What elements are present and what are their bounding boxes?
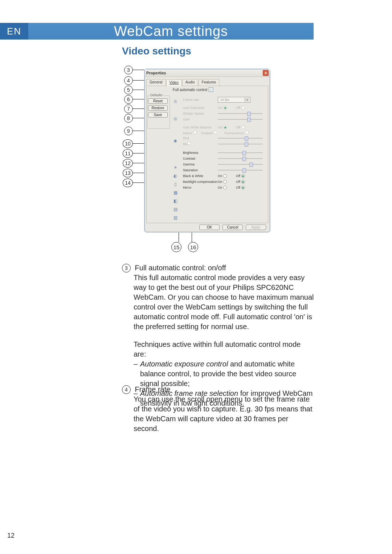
brightness-label: Brightness: [183, 151, 218, 155]
callout-4: 4: [124, 76, 133, 85]
mirror-off-radio[interactable]: [241, 186, 245, 189]
callout-3: 3: [124, 66, 133, 74]
video-panel: Full automatic control ✓ Defaults Reset …: [146, 86, 268, 223]
backlight-icon: ▤: [173, 207, 178, 212]
chevron-down-icon: ▾: [245, 98, 249, 102]
callout-9: 9: [124, 127, 133, 135]
defaults-group-label: Defaults: [150, 93, 163, 97]
fluorescence-radio[interactable]: [245, 131, 249, 134]
gamma-icon: ▯: [173, 182, 178, 187]
callout-10: 10: [123, 139, 133, 148]
tab-video[interactable]: Video: [166, 79, 182, 86]
restore-button[interactable]: Restore: [148, 105, 168, 111]
tab-features[interactable]: Features: [199, 79, 219, 86]
tab-strip: General Video Audio Features: [146, 79, 268, 86]
callout-11: 11: [123, 149, 133, 158]
item-4-head: Frame rate: [135, 385, 171, 393]
callout-8: 8: [124, 114, 133, 123]
callout-5: 5: [124, 86, 133, 94]
frame-rate-value: 15 fps: [220, 98, 229, 102]
bw-off-radio[interactable]: [241, 174, 245, 178]
auto-exposure-on-radio[interactable]: [223, 106, 227, 110]
gain-label: Gain: [183, 118, 218, 121]
contrast-icon: ◐: [173, 173, 178, 178]
frame-rate-label: Frame rate: [183, 98, 218, 102]
auto-wb-on-radio[interactable]: [223, 126, 227, 129]
gamma-slider[interactable]: [218, 163, 263, 166]
auto-wb-off-radio[interactable]: [241, 126, 245, 129]
apply-button[interactable]: Apply: [246, 225, 266, 230]
section-title: Video settings: [122, 45, 191, 57]
mirror-on-radio[interactable]: [223, 186, 227, 189]
brightness-icon: ☀: [173, 165, 178, 170]
callout-15: 15: [171, 242, 181, 252]
callout-13: 13: [123, 169, 133, 177]
callout-6: 6: [124, 95, 133, 104]
auto-exposure-label: Auto Exposure: [183, 106, 218, 110]
outdoor-radio[interactable]: [214, 131, 217, 134]
tab-audio[interactable]: Audio: [182, 79, 198, 86]
contrast-slider[interactable]: [218, 157, 263, 160]
item-3-p1: This full automatic control mode provide…: [134, 273, 314, 332]
full-automatic-control-checkbox[interactable]: ✓: [209, 87, 213, 92]
blue-slider[interactable]: [218, 143, 263, 145]
callout-7: 7: [124, 104, 133, 113]
mirror-label: Mirror: [183, 186, 218, 189]
brightness-slider[interactable]: [218, 151, 263, 154]
shutter-speed-label: Shutter Speed: [183, 112, 218, 115]
ok-button[interactable]: OK: [199, 225, 220, 230]
mirror-icon: ▥: [173, 215, 178, 220]
backlight-on-radio[interactable]: [223, 180, 227, 184]
indoor-label: Indoor: [183, 131, 201, 135]
exposure-icon: ◎: [173, 116, 178, 121]
red-radio[interactable]: [187, 141, 191, 145]
bw-on-radio[interactable]: [223, 174, 227, 178]
frame-rate-icon: ⎘: [173, 99, 178, 104]
icon-column: ⎘ ◎ ✱ ☀ ◐ ▯ ▦ ◧ ▤ ▥: [172, 99, 179, 220]
item-4-p1: You can use the scroll open menu to set …: [134, 394, 314, 434]
red-slider[interactable]: [218, 137, 263, 140]
saturation-label: Saturation: [183, 168, 218, 172]
fluorescence-label: Fluorescence: [224, 131, 249, 135]
backlight-label: Backlight compensation: [183, 180, 218, 184]
page-number: 12: [7, 532, 15, 539]
bw-icon: ◧: [173, 198, 178, 204]
auto-exposure-off-radio[interactable]: [241, 106, 245, 110]
full-automatic-control-label: Full automatic control: [173, 88, 207, 92]
window-title: Properties: [146, 71, 166, 75]
window-titlebar: Properties ✕: [145, 69, 270, 77]
saturation-icon: ▦: [173, 190, 178, 195]
callout-14: 14: [123, 178, 133, 187]
item-3-p2: Techniques active within full automatic …: [134, 340, 314, 359]
contrast-label: Contrast: [183, 157, 218, 160]
reset-button[interactable]: Reset: [148, 98, 168, 104]
frame-rate-dropdown[interactable]: 15 fps ▾: [218, 97, 250, 103]
tab-general[interactable]: General: [146, 79, 166, 86]
outdoor-label: Outdoor: [201, 131, 224, 135]
item-number-3: 3: [122, 264, 131, 272]
cancel-button[interactable]: Cancel: [222, 225, 243, 230]
close-icon[interactable]: ✕: [263, 70, 269, 76]
save-button[interactable]: Save: [148, 112, 168, 118]
item-4: 4 Frame rate You can use the scroll open…: [122, 385, 314, 434]
auto-wb-label: Auto White Balance: [183, 126, 218, 129]
white-balance-icon: ✱: [173, 139, 178, 144]
properties-window: Properties ✕ General Video Audio Feature…: [144, 69, 270, 232]
language-tab: EN: [0, 23, 28, 40]
item-3-li1: Automatic exposure control and automatic…: [140, 359, 314, 389]
gain-slider[interactable]: [218, 118, 263, 121]
shutter-speed-slider[interactable]: [218, 112, 263, 115]
bw-label: Black & White: [183, 174, 218, 178]
red-label: Red: [183, 136, 218, 140]
screenshot-area: 3 4 5 6 7 8 9 10 11 12 13 14 15 16: [121, 63, 280, 256]
indoor-radio[interactable]: [193, 131, 197, 134]
backlight-off-radio[interactable]: [241, 180, 245, 184]
bullet-dash: –: [134, 359, 140, 389]
chapter-title: WebCam settings: [28, 23, 314, 40]
callout-16: 16: [188, 242, 198, 252]
gamma-label: Gamma: [183, 163, 218, 166]
item-number-4: 4: [122, 385, 131, 394]
callout-12: 12: [123, 159, 133, 168]
item-3-head: Full automatic control: on/off: [135, 264, 226, 272]
saturation-slider[interactable]: [218, 169, 263, 172]
